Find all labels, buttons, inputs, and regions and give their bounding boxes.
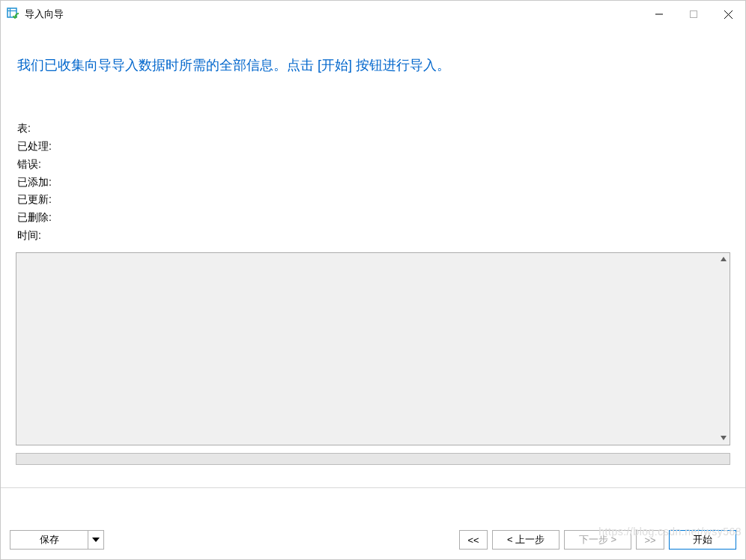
first-page-button[interactable]: << [459,530,488,550]
footer-separator [1,487,745,488]
log-output[interactable] [16,252,730,445]
minimize-button[interactable] [642,1,676,28]
status-time: 时间: [17,227,730,245]
instruction-text: 我们已收集向导导入数据时所需的全部信息。点击 [开始] 按钮进行导入。 [17,56,730,75]
next-button: 下一步 > [564,530,631,550]
window-title: 导入向导 [25,7,64,21]
window-controls [642,1,745,28]
status-processed: 已处理: [17,138,730,156]
status-table: 表: [17,120,730,138]
progress-bar [16,453,730,465]
import-wizard-window: 导入向导 我们已收集向导导入数据时所需的全部信息。点击 [开始] 按钮进行导入。… [0,0,746,560]
maximize-button [676,1,711,28]
status-deleted: 已删除: [17,209,730,227]
chevron-down-icon [92,538,100,542]
close-button[interactable] [711,1,745,28]
scroll-down-icon[interactable] [717,432,730,445]
footer: 保存 << < 上一步 下一步 > >> 开始 [1,520,745,559]
status-error: 错误: [17,156,730,174]
scrollbar[interactable] [717,253,730,445]
start-button[interactable]: 开始 [669,530,736,550]
titlebar: 导入向导 [1,1,745,28]
app-icon [7,7,20,21]
save-split-button[interactable]: 保存 [10,530,104,550]
scroll-up-icon[interactable] [717,253,730,266]
content-area: 我们已收集向导导入数据时所需的全部信息。点击 [开始] 按钮进行导入。 表: 已… [1,28,745,520]
svg-rect-4 [691,11,697,18]
status-updated: 已更新: [17,191,730,209]
save-dropdown-toggle[interactable] [88,530,104,550]
status-added: 已添加: [17,174,730,192]
last-page-button: >> [636,530,664,550]
status-summary: 表: 已处理: 错误: 已添加: 已更新: 已删除: 时间: [17,120,730,245]
save-button[interactable]: 保存 [10,530,88,550]
previous-button[interactable]: < 上一步 [492,530,560,550]
